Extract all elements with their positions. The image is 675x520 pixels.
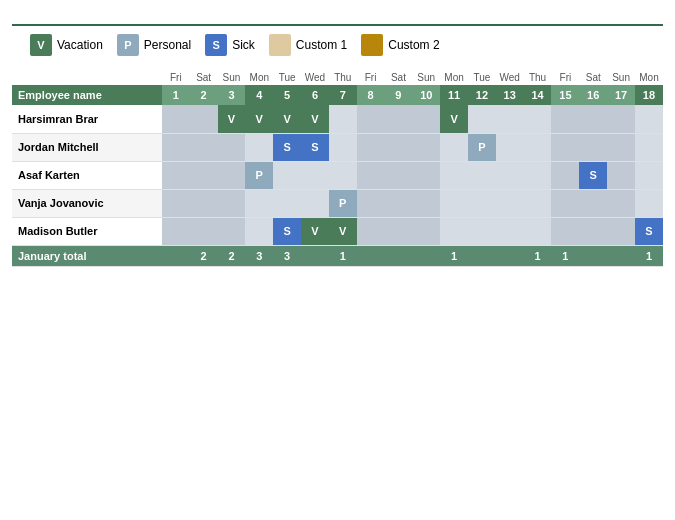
cell-asaf-karten-18 xyxy=(635,161,663,189)
custom1-label: Custom 1 xyxy=(296,38,347,52)
dow-name-header xyxy=(12,70,162,85)
total-cell-8 xyxy=(357,245,385,266)
cell-asaf-karten-17 xyxy=(607,161,635,189)
employee-name-cell: Jordan Mitchell xyxy=(12,133,162,161)
date-header-10: 10 xyxy=(412,85,440,105)
date-header-2: 2 xyxy=(190,85,218,105)
dow-Sun-17: Sun xyxy=(607,70,635,85)
cell-jordan-mitchell-5: S xyxy=(273,133,301,161)
total-cell-4: 3 xyxy=(245,245,273,266)
cell-vanja-jovanovic-16 xyxy=(579,189,607,217)
schedule-table: FriSatSunMonTueWedThuFriSatSunMonTueWedT… xyxy=(12,70,663,267)
cell-jordan-mitchell-4 xyxy=(245,133,273,161)
cell-madison-butler-9 xyxy=(385,217,413,245)
key-item-vacation: V Vacation xyxy=(30,34,103,56)
date-header-4: 4 xyxy=(245,85,273,105)
dow-Wed-13: Wed xyxy=(496,70,524,85)
cell-jordan-mitchell-7 xyxy=(329,133,357,161)
total-cell-16 xyxy=(579,245,607,266)
personal-box: P xyxy=(117,34,139,56)
cell-harsimran-brar-15 xyxy=(551,105,579,133)
dow-Sat-9: Sat xyxy=(385,70,413,85)
date-header-6: 6 xyxy=(301,85,329,105)
vacation-box: V xyxy=(30,34,52,56)
dow-Wed-6: Wed xyxy=(301,70,329,85)
date-header-12: 12 xyxy=(468,85,496,105)
cell-madison-butler-7: V xyxy=(329,217,357,245)
cell-vanja-jovanovic-13 xyxy=(496,189,524,217)
cell-jordan-mitchell-9 xyxy=(385,133,413,161)
cell-asaf-karten-12 xyxy=(468,161,496,189)
employee-name-cell: Vanja Jovanovic xyxy=(12,189,162,217)
cell-vanja-jovanovic-7: P xyxy=(329,189,357,217)
cell-harsimran-brar-2 xyxy=(190,105,218,133)
total-cell-5: 3 xyxy=(273,245,301,266)
cell-harsimran-brar-1 xyxy=(162,105,190,133)
date-header-17: 17 xyxy=(607,85,635,105)
cell-asaf-karten-10 xyxy=(412,161,440,189)
cell-jordan-mitchell-18 xyxy=(635,133,663,161)
cell-jordan-mitchell-13 xyxy=(496,133,524,161)
cell-harsimran-brar-5: V xyxy=(273,105,301,133)
cell-harsimran-brar-11: V xyxy=(440,105,468,133)
total-cell-12 xyxy=(468,245,496,266)
dow-Thu-7: Thu xyxy=(329,70,357,85)
cell-madison-butler-17 xyxy=(607,217,635,245)
cell-harsimran-brar-7 xyxy=(329,105,357,133)
total-cell-13 xyxy=(496,245,524,266)
employee-name-header: Employee name xyxy=(12,85,162,105)
total-cell-10 xyxy=(412,245,440,266)
cell-asaf-karten-13 xyxy=(496,161,524,189)
cell-vanja-jovanovic-18 xyxy=(635,189,663,217)
dow-Mon-4: Mon xyxy=(245,70,273,85)
cell-asaf-karten-4: P xyxy=(245,161,273,189)
cell-vanja-jovanovic-15 xyxy=(551,189,579,217)
cell-madison-butler-12 xyxy=(468,217,496,245)
date-header-5: 5 xyxy=(273,85,301,105)
cell-madison-butler-4 xyxy=(245,217,273,245)
page-container: V Vacation P Personal S Sick Custom 1 Cu… xyxy=(0,0,675,520)
date-header-row: Employee name123456789101112131415161718 xyxy=(12,85,663,105)
key-item-custom2: Custom 2 xyxy=(361,34,439,56)
date-header-14: 14 xyxy=(524,85,552,105)
key-item-personal: P Personal xyxy=(117,34,191,56)
sick-box: S xyxy=(205,34,227,56)
cell-vanja-jovanovic-9 xyxy=(385,189,413,217)
total-cell-9 xyxy=(385,245,413,266)
day-of-week-row: FriSatSunMonTueWedThuFriSatSunMonTueWedT… xyxy=(12,70,663,85)
cell-asaf-karten-2 xyxy=(190,161,218,189)
cell-vanja-jovanovic-14 xyxy=(524,189,552,217)
cell-jordan-mitchell-12: P xyxy=(468,133,496,161)
cell-harsimran-brar-18 xyxy=(635,105,663,133)
cell-jordan-mitchell-3 xyxy=(218,133,246,161)
cell-madison-butler-14 xyxy=(524,217,552,245)
date-header-16: 16 xyxy=(579,85,607,105)
cell-asaf-karten-6 xyxy=(301,161,329,189)
cell-harsimran-brar-3: V xyxy=(218,105,246,133)
divider xyxy=(12,24,663,26)
personal-label: Personal xyxy=(144,38,191,52)
cell-harsimran-brar-12 xyxy=(468,105,496,133)
cell-asaf-karten-15 xyxy=(551,161,579,189)
dates-section: FriSatSunMonTueWedThuFriSatSunMonTueWedT… xyxy=(12,66,663,512)
cell-madison-butler-18: S xyxy=(635,217,663,245)
cell-madison-butler-3 xyxy=(218,217,246,245)
cell-vanja-jovanovic-4 xyxy=(245,189,273,217)
table-row: Harsimran BrarVVVVV xyxy=(12,105,663,133)
cell-madison-butler-1 xyxy=(162,217,190,245)
cell-vanja-jovanovic-1 xyxy=(162,189,190,217)
cell-madison-butler-6: V xyxy=(301,217,329,245)
total-cell-18: 1 xyxy=(635,245,663,266)
cell-harsimran-brar-17 xyxy=(607,105,635,133)
cell-madison-butler-5: S xyxy=(273,217,301,245)
table-row: Jordan MitchellSSP xyxy=(12,133,663,161)
cell-harsimran-brar-14 xyxy=(524,105,552,133)
cell-harsimran-brar-4: V xyxy=(245,105,273,133)
dow-Fri-8: Fri xyxy=(357,70,385,85)
dow-Sun-10: Sun xyxy=(412,70,440,85)
date-header-15: 15 xyxy=(551,85,579,105)
cell-jordan-mitchell-17 xyxy=(607,133,635,161)
cell-vanja-jovanovic-12 xyxy=(468,189,496,217)
cell-madison-butler-16 xyxy=(579,217,607,245)
absence-key-row: V Vacation P Personal S Sick Custom 1 Cu… xyxy=(12,34,663,56)
